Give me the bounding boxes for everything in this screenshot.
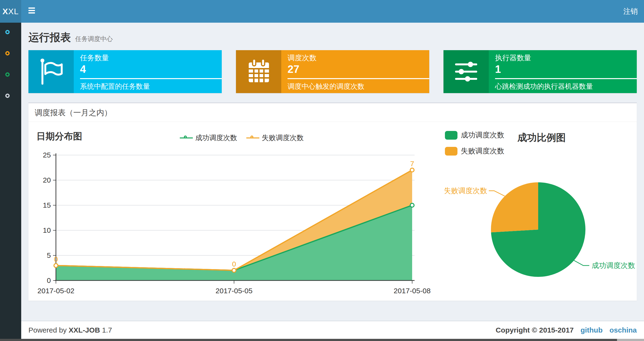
logout-link[interactable]: 注销: [623, 0, 638, 23]
github-link[interactable]: github: [580, 326, 603, 334]
info-box-label: 执行器数量: [495, 54, 631, 62]
y-tick-label: 5: [47, 251, 51, 259]
legend-item-success[interactable]: 成功调度次数: [445, 130, 504, 140]
info-box-jobs: 任务数量 4 系统中配置的任务数量: [28, 50, 222, 93]
info-box-value: 4: [80, 63, 216, 75]
swatch-icon: [445, 147, 458, 156]
info-box-executors: 执行器数量 1 心跳检测成功的执行器机器数量: [444, 50, 637, 93]
page-subtitle: 任务调度中心: [75, 35, 113, 43]
divider: [495, 78, 637, 79]
point-label: 0: [232, 260, 236, 268]
footer: Powered by XXL-JOB 1.7 Copyright © 2015-…: [21, 321, 644, 339]
success-callout-label: 成功调度次数: [592, 261, 635, 269]
line-chart-title: 日期分布图: [36, 130, 82, 143]
info-box-description: 系统中配置的任务数量: [80, 82, 216, 91]
page-title: 运行报表: [28, 30, 71, 45]
point-label: 7: [410, 160, 414, 168]
swatch-icon: [445, 131, 458, 140]
info-box-description: 调度中心触发的调度次数: [288, 82, 424, 91]
info-box-value: 1: [495, 63, 631, 75]
x-tick-label: 2017-05-05: [216, 287, 252, 295]
info-box-label: 任务数量: [80, 54, 216, 62]
powered-by: Powered by XXL-JOB 1.7: [28, 321, 112, 339]
pie-chart-title: 成功比例图: [518, 131, 566, 144]
fail-point: [410, 168, 414, 172]
top-navbar: XXL 注销: [0, 0, 644, 23]
y-tick-label: 20: [43, 176, 51, 184]
oschina-link[interactable]: oschina: [610, 326, 637, 334]
x-tick-label: 2017-05-08: [394, 287, 430, 295]
point-label: 0: [54, 255, 58, 263]
info-box-label: 调度次数: [288, 54, 424, 62]
date-distribution-chart: 0 0 7 0 5 10 15 20 25 2017-05-02 2017-05…: [32, 144, 442, 298]
app-logo[interactable]: XXL: [0, 0, 21, 23]
divider: [288, 78, 429, 79]
sidebar-item-circle-icon[interactable]: [5, 94, 10, 98]
sidebar-item-circle-icon[interactable]: [5, 72, 10, 77]
legend-item-success[interactable]: 成功调度次数: [180, 133, 237, 143]
sidebar-item-circle-icon[interactable]: [5, 30, 10, 34]
horizontal-scrollbar: [0, 339, 644, 341]
sidebar-toggle-icon[interactable]: [28, 8, 35, 15]
sliders-icon: [444, 50, 489, 93]
y-tick-label: 25: [43, 151, 51, 159]
flag-icon: [28, 50, 74, 93]
copyright: Copyright © 2015-2017 github oschina: [496, 321, 637, 339]
success-point: [410, 203, 414, 207]
y-tick-label: 10: [43, 226, 51, 234]
line-marker-icon: [246, 136, 259, 140]
success-callout-line: [573, 260, 589, 265]
x-tick-label: 2017-05-02: [37, 287, 74, 295]
y-tick-label: 15: [43, 201, 51, 209]
fail-callout-label: 失败调度次数: [445, 187, 487, 195]
sidebar-item-circle-icon[interactable]: [5, 51, 10, 56]
pie-slice-fail[interactable]: [491, 182, 538, 232]
success-ratio-pie-chart: 失败调度次数 成功调度次数: [445, 167, 638, 297]
line-chart-legend: 成功调度次数 失败调度次数: [180, 133, 313, 143]
line-marker-icon: [180, 136, 193, 140]
report-panel: 调度报表（一月之内） 日期分布图 成功调度次数 失败调度次数 成功调度次数 失败…: [28, 103, 637, 301]
scrollbar-thumb[interactable]: [0, 339, 617, 341]
divider: [80, 78, 222, 79]
legend-item-fail[interactable]: 失败调度次数: [246, 133, 304, 143]
panel-title: 调度报表（一月之内）: [28, 103, 637, 122]
page-heading: 运行报表 任务调度中心: [28, 30, 113, 45]
info-box-description: 心跳检测成功的执行器机器数量: [495, 82, 631, 91]
info-box-triggers: 调度次数 27 调度中心触发的调度次数: [236, 50, 429, 93]
legend-item-fail[interactable]: 失败调度次数: [445, 146, 504, 156]
pie-chart-legend: 成功调度次数 失败调度次数: [445, 130, 504, 162]
y-tick-label: 0: [47, 276, 51, 284]
info-box-value: 27: [288, 63, 424, 75]
calendar-icon: [236, 50, 281, 93]
fail-callout-line: [489, 191, 505, 196]
fail-point: [54, 264, 58, 267]
fail-point: [232, 268, 236, 272]
sidebar: [0, 23, 21, 341]
